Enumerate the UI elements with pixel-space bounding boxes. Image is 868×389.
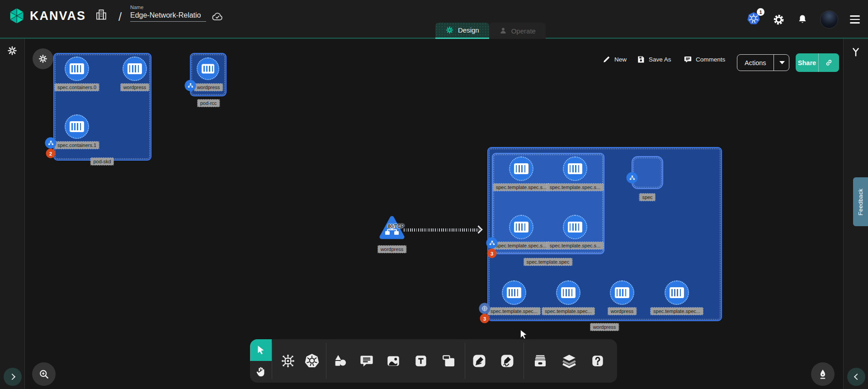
node-label: spec.containers.0 [55, 84, 99, 91]
merge-y-icon[interactable] [851, 47, 861, 57]
actions-caret-button[interactable] [774, 55, 790, 71]
node-wordpress-rcc[interactable] [197, 57, 219, 80]
tab-design-label: Design [458, 26, 479, 34]
node-template-container-3[interactable] [563, 215, 587, 239]
node-template-container-2[interactable] [509, 215, 533, 239]
tab-operate[interactable]: Operate [489, 23, 546, 39]
node-label: spec.template.spec... [488, 308, 540, 315]
tab-design[interactable]: Design [435, 23, 489, 39]
pen-tool[interactable] [472, 353, 487, 369]
node-deployment-container-1[interactable] [556, 280, 580, 305]
organization-building-icon[interactable] [95, 8, 108, 23]
deployment-count-badge[interactable]: 3 [480, 314, 490, 323]
comment-tool[interactable] [359, 353, 374, 369]
container-icon [568, 163, 582, 174]
container-icon [514, 222, 528, 232]
toolbar-divider [465, 343, 465, 379]
expand-left-panel-button[interactable] [4, 368, 22, 386]
pan-hand-tool[interactable] [250, 361, 272, 383]
cloud-saved-icon [211, 10, 224, 25]
select-arrow-tool[interactable] [250, 339, 272, 361]
shapes-tool[interactable] [333, 353, 348, 369]
spec-relationship-badge[interactable] [627, 172, 638, 184]
node-wordpress-container[interactable] [123, 57, 147, 81]
mesh-globe-badge[interactable] [479, 303, 491, 314]
user-avatar[interactable] [820, 10, 838, 28]
component-circuit-tool[interactable] [280, 353, 296, 369]
design-pen-button[interactable] [811, 362, 835, 386]
node-label: spec.template.spec... [651, 308, 703, 315]
meshery-swirl-icon[interactable] [7, 45, 18, 56]
group-label-pod-rcc: pod-rcc [198, 100, 220, 107]
pencil-draw-tool[interactable] [500, 353, 515, 369]
note-tool[interactable] [441, 353, 457, 369]
kubernetes-count-badge: 1 [757, 8, 764, 16]
kubernetes-tool[interactable] [304, 353, 320, 369]
breadcrumb-separator: / [118, 10, 122, 24]
node-spec[interactable] [632, 156, 663, 189]
kanvas-hexagon-icon [8, 7, 25, 24]
container-icon [670, 287, 684, 298]
help-tool[interactable] [590, 354, 605, 369]
settings-gear-icon[interactable] [773, 14, 785, 26]
design-swirl-icon [445, 26, 454, 34]
pen-nib-icon [817, 368, 829, 380]
container-icon [70, 63, 84, 74]
container-icon [70, 121, 84, 132]
hamburger-menu-icon[interactable] [850, 15, 860, 24]
tab-operate-label: Operate [511, 27, 536, 35]
kanvas-logo[interactable]: KANVAS [8, 7, 86, 24]
edge-service-to-deployment[interactable] [404, 228, 480, 232]
node-template-container-1[interactable] [563, 157, 587, 181]
node-deployment-wordpress[interactable] [610, 280, 634, 305]
actions-dropdown-button[interactable]: Actions [737, 54, 789, 71]
container-icon [202, 64, 214, 74]
new-button[interactable]: New [602, 55, 627, 64]
share-button[interactable]: Share [796, 53, 839, 72]
expand-right-panel-button[interactable] [847, 368, 865, 386]
bottom-toolbar [250, 339, 617, 383]
text-tool[interactable] [414, 354, 429, 369]
canvas-menu-button[interactable] [33, 48, 53, 69]
pod-skd-count-badge[interactable]: 2 [46, 149, 56, 158]
zoom-in-button[interactable] [32, 362, 56, 386]
snowflake-menu-icon [38, 54, 48, 64]
edge-arrowhead [474, 225, 482, 233]
pod-relationship-badge[interactable] [185, 80, 196, 91]
node-spec-containers-0[interactable] [65, 57, 89, 81]
comments-label: Comments [696, 56, 725, 63]
template-count-badge[interactable]: 3 [487, 249, 497, 258]
kubernetes-context-button[interactable]: 1 [746, 11, 761, 28]
pod-relationship-badge[interactable] [45, 138, 57, 149]
spec-label: spec [639, 194, 655, 201]
node-template-container-0[interactable] [509, 157, 533, 181]
share-label: Share [796, 59, 818, 66]
toolbar-divider [524, 343, 524, 379]
node-spec-containers-1[interactable] [65, 114, 89, 139]
node-label: spec.containers.1 [55, 142, 99, 149]
kanvas-app: KANVAS / Name Design Operate 1 [0, 0, 868, 389]
service-label: wordpress [378, 246, 406, 253]
toolbar-divider [326, 343, 326, 379]
design-name-input[interactable] [130, 11, 206, 22]
image-tool[interactable] [386, 353, 401, 369]
header: KANVAS / Name Design Operate 1 [0, 0, 868, 39]
comments-button[interactable]: Comments [684, 55, 725, 64]
node-label: spec.template.spec.s... [493, 242, 550, 249]
share-link-button[interactable] [818, 53, 839, 72]
notifications-bell-icon[interactable] [797, 14, 808, 25]
caret-down-icon [779, 61, 785, 64]
group-label-spec-template-spec: spec.template.spec [524, 258, 572, 266]
mouse-cursor [518, 328, 530, 340]
container-icon [615, 287, 629, 298]
node-deployment-container-0[interactable] [502, 280, 526, 305]
mode-tabs: Design Operate [435, 23, 546, 39]
feedback-tab[interactable]: Feedback [853, 177, 868, 226]
drawer-archive-tool[interactable] [533, 353, 548, 369]
container-icon [507, 287, 521, 298]
layers-tool[interactable] [561, 353, 577, 369]
node-deployment-container-3[interactable] [665, 280, 689, 305]
node-label: spec.template.spec.s... [547, 242, 604, 249]
save-as-button[interactable]: Save As [637, 55, 671, 64]
template-relationship-badge[interactable] [486, 237, 498, 249]
